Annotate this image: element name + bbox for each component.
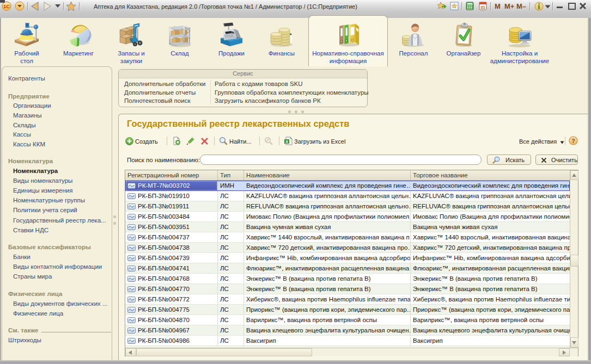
svg-text:X: X [285,139,288,144]
svg-text:31: 31 [480,5,485,10]
svg-text:1С: 1С [3,3,10,9]
svg-text:?: ? [571,138,575,144]
